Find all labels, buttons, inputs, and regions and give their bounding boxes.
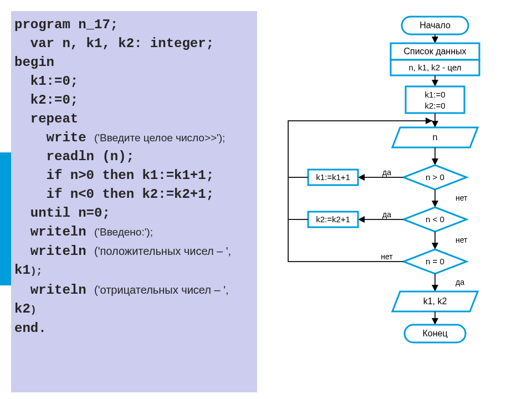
decision1-label: n > 0 [426,172,444,182]
process-k1-label: k1:=k1+1 [316,172,350,182]
yes-label-2: да [382,210,391,219]
code-panel: program n_17; var n, k1, k2: integer; be… [11,11,257,392]
code-line: program n_17; [14,16,254,34]
code-line: readln (n); [14,147,254,166]
code-line: repeat [14,110,254,129]
no-label-1: нет [456,193,468,202]
code-line: if n>0 then k1:=k1+1; [14,166,254,185]
code-line: k2) [14,300,254,319]
code-line: writeln ('Введено:'); [14,223,254,242]
no-label-3: нет [381,252,393,261]
output-label: k1, k2 [423,296,447,306]
yes-label-3: да [456,278,464,287]
flowchart: Начало Список данных n, k1, k2 - цел k1:… [260,11,532,399]
code-line: k1); [14,261,254,280]
code-line: write ('Введите целое число>>'); [14,129,254,147]
code-line: writeln ('отрицательных чисел – ', [14,280,254,300]
data-vars: n, k1, k2 - цел [408,63,461,72]
code-line: writeln ('положительных чисел – ', [14,242,254,261]
code-line: k1:=0; [14,72,254,91]
code-line: if n<0 then k2:=k2+1; [14,185,254,204]
end-label: Конец [422,329,447,338]
accent-sidebar [0,152,11,285]
yes-label-1: да [382,168,391,177]
decision3-label: n = 0 [426,257,444,266]
init-line1: k1:=0 [424,90,445,99]
code-line: var n, k1, k2: integer; [14,34,254,53]
input-n-label: n [433,132,438,142]
code-line: begin [14,53,254,72]
code-line: end. [14,319,254,338]
start-label: Начало [420,21,451,30]
no-label-2: нет [456,236,468,244]
process-k2-label: k2:=k2+1 [316,214,350,224]
code-line: until n=0; [14,204,254,223]
init-line2: k2:=0 [424,101,445,110]
data-title: Список данных [403,47,466,56]
decision2-label: n < 0 [426,214,444,224]
code-line: k2:=0; [14,91,254,110]
